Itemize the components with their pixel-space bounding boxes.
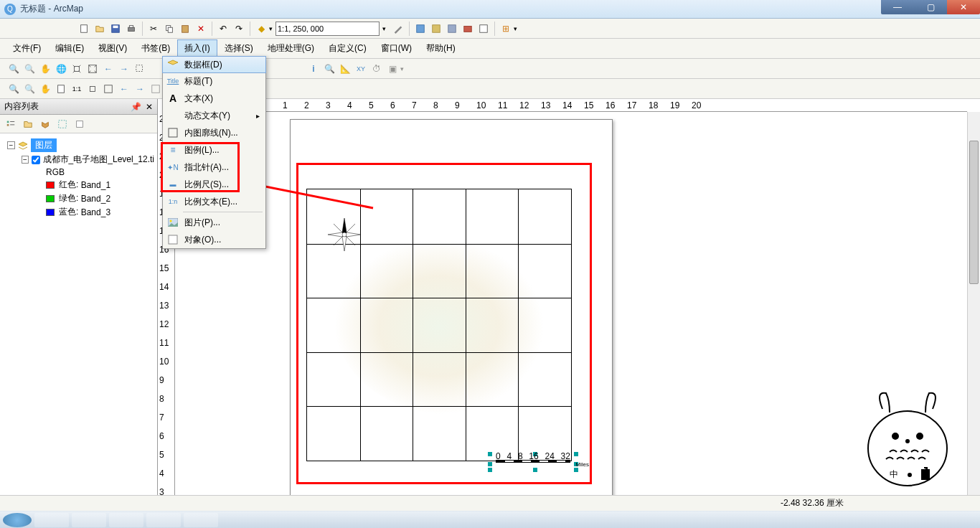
zoom-whole-page-icon[interactable] — [54, 82, 68, 96]
add-data-icon[interactable]: ◆ — [254, 22, 268, 36]
forward-icon[interactable]: → — [117, 62, 131, 76]
scale-input[interactable] — [275, 22, 380, 36]
undo-icon[interactable]: ↶ — [216, 22, 230, 36]
menu-item-scaletext[interactable]: 1:n 比例文本(E)... — [163, 193, 265, 210]
menu-select[interactable]: 选择(S) — [217, 39, 260, 57]
fixed-zoom-in-icon[interactable] — [70, 62, 84, 76]
menu-item-dynamic-text[interactable]: 动态文本(Y) ▸ — [163, 107, 265, 124]
menu-item-legend[interactable]: ≡ 图例(L)... — [163, 141, 265, 159]
python-icon[interactable] — [476, 22, 491, 36]
svg-rect-17 — [90, 86, 95, 91]
toc-close-icon[interactable]: ✕ — [146, 102, 153, 112]
close-button[interactable]: ✕ — [947, 0, 980, 14]
menu-item-dataframe[interactable]: 数据框(D) — [162, 56, 266, 73]
arctoolbox-icon[interactable] — [461, 22, 475, 36]
menu-bookmark[interactable]: 书签(B) — [134, 39, 177, 57]
save-icon[interactable] — [108, 22, 123, 36]
insert-menu-dropdown: 数据框(D) Title 标题(T) A 文本(X) 动态文本(Y) ▸ 内图廓… — [162, 56, 266, 249]
taskbar-item[interactable] — [109, 513, 143, 527]
print-icon[interactable] — [124, 22, 138, 36]
taskbar-item[interactable] — [34, 513, 69, 527]
menu-customize[interactable]: 自定义(C) — [321, 39, 374, 57]
menu-item-neatline[interactable]: 内图廓线(N)... — [163, 124, 265, 141]
taskbar-item[interactable] — [146, 513, 181, 527]
vertical-scrollbar[interactable] — [967, 112, 980, 495]
layout-forward-icon[interactable]: → — [133, 82, 147, 96]
menu-help[interactable]: 帮助(H) — [419, 39, 463, 57]
north-arrow[interactable] — [326, 217, 362, 253]
zoom-out-icon[interactable]: 🔍 — [22, 62, 37, 76]
horizontal-ruler: 1234567891011121314151617181920 — [175, 99, 967, 112]
cut-icon[interactable]: ✂ — [146, 22, 161, 36]
pin-icon[interactable]: 📌 — [131, 102, 141, 112]
menu-item-scalebar[interactable]: ▬ 比例尺(S)... — [163, 176, 265, 193]
fixed-zoom-out-icon[interactable] — [85, 62, 100, 76]
band-g-label: 绿色: — [59, 192, 78, 204]
menu-window[interactable]: 窗口(W) — [374, 39, 419, 57]
identify-icon[interactable]: i — [306, 62, 321, 76]
delete-icon[interactable]: ✕ — [194, 22, 208, 36]
taskbar-item[interactable] — [72, 513, 106, 527]
back-icon[interactable]: ← — [101, 62, 116, 76]
collapse-icon[interactable]: − — [7, 141, 15, 149]
model-builder-icon[interactable]: ⊞ — [499, 22, 513, 36]
minimize-button[interactable]: — — [881, 0, 914, 14]
taskbar-item[interactable] — [184, 513, 218, 527]
svg-point-26 — [342, 232, 347, 237]
collapse-icon[interactable]: − — [22, 156, 29, 164]
scalebar-unit: Miles — [575, 461, 589, 468]
xy-icon[interactable]: XY — [354, 62, 368, 76]
layout-fixed-zoom-in-icon[interactable] — [85, 82, 100, 96]
list-by-drawing-icon[interactable] — [4, 117, 18, 131]
search-window-icon[interactable] — [445, 22, 459, 36]
full-extent-icon[interactable]: 🌐 — [54, 62, 68, 76]
new-icon[interactable] — [77, 22, 91, 36]
layer-name: 成都市_电子地图_Level_12.ti — [43, 154, 154, 166]
maximize-button[interactable]: ▢ — [914, 0, 947, 14]
layout-zoom-out-icon[interactable]: 🔍 — [22, 82, 37, 96]
pan-icon[interactable]: ✋ — [38, 62, 52, 76]
list-by-visibility-icon[interactable] — [38, 117, 52, 131]
menu-view[interactable]: 视图(V) — [91, 39, 134, 57]
list-by-selection-icon[interactable] — [55, 117, 70, 131]
menu-edit[interactable]: 编辑(E) — [48, 39, 91, 57]
zoom-100-icon[interactable]: 1:1 — [70, 82, 84, 96]
layout-fixed-zoom-out-icon[interactable] — [101, 82, 116, 96]
menu-insert[interactable]: 插入(I) — [177, 39, 217, 57]
redo-icon[interactable]: ↷ — [232, 22, 246, 36]
layout-zoom-in-icon[interactable]: 🔍 — [6, 82, 21, 96]
time-slider-icon[interactable]: ⏱ — [369, 62, 384, 76]
layout-canvas[interactable]: 048 162432 Miles — [175, 112, 967, 495]
menu-item-title[interactable]: Title 标题(T) — [163, 72, 265, 90]
layer-visibility-checkbox[interactable] — [32, 156, 40, 164]
tree-layer-item[interactable]: − 成都市_电子地图_Level_12.ti — [3, 153, 154, 166]
zoom-in-icon[interactable]: 🔍 — [6, 62, 21, 76]
catalog-icon[interactable] — [429, 22, 443, 36]
menu-geoprocessing[interactable]: 地理处理(G) — [260, 39, 321, 57]
toggle-draft-icon[interactable] — [149, 82, 163, 96]
menu-item-object[interactable]: 对象(O)... — [163, 231, 265, 248]
editor-toolbar-icon[interactable] — [391, 22, 405, 36]
open-icon[interactable] — [93, 22, 107, 36]
svg-rect-27 — [169, 128, 177, 137]
toc-options-icon[interactable] — [72, 117, 87, 131]
toc-icon[interactable] — [413, 22, 428, 36]
layout-back-icon[interactable]: ← — [117, 82, 131, 96]
find-icon[interactable]: 🔍 — [322, 62, 336, 76]
menu-item-north-arrow[interactable]: ✦N 指北针(A)... — [163, 159, 265, 176]
tree-layers-root[interactable]: − 图层 — [3, 138, 154, 153]
copy-icon[interactable] — [162, 22, 176, 36]
menu-file[interactable]: 文件(F) — [6, 39, 48, 57]
scale-bar[interactable]: 048 162432 Miles — [490, 454, 576, 470]
viewer-window-icon[interactable]: ▣ — [385, 62, 400, 76]
menu-item-text[interactable]: A 文本(X) — [163, 90, 265, 107]
toc-tree: − 图层 − 成都市_电子地图_Level_12.ti RGB 红色: Band… — [0, 133, 157, 496]
measure-icon[interactable]: 📐 — [338, 62, 352, 76]
taskbar-item[interactable] — [3, 513, 32, 527]
paste-icon[interactable] — [178, 22, 192, 36]
menu-item-picture[interactable]: 图片(P)... — [163, 214, 265, 231]
text-icon: A — [166, 93, 180, 104]
layout-pan-icon[interactable]: ✋ — [38, 82, 52, 96]
select-features-icon[interactable] — [133, 62, 147, 76]
list-by-source-icon[interactable] — [21, 117, 35, 131]
